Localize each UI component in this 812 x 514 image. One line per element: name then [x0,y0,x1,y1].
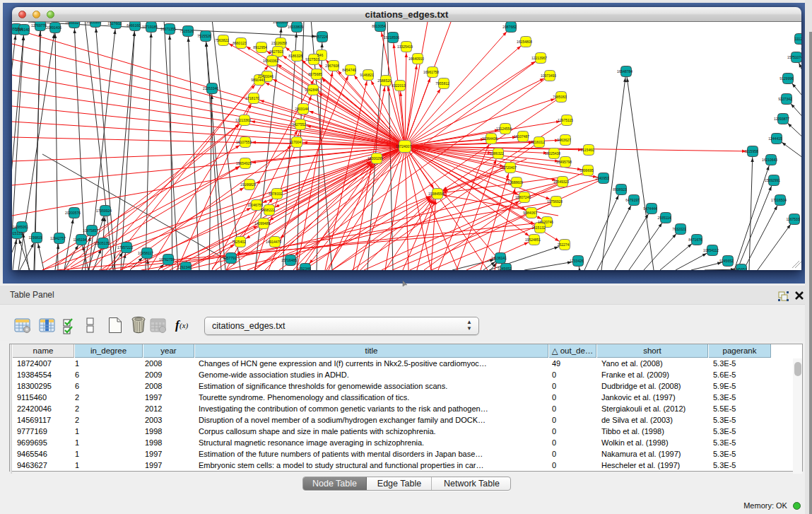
svg-text:19218506: 19218506 [384,35,399,40]
svg-text:7485063: 7485063 [553,95,567,99]
svg-text:117004: 117004 [290,140,302,144]
svg-text:9463627: 9463627 [557,138,571,142]
svg-text:10854112: 10854112 [703,248,719,252]
svg-text:16120746: 16120746 [538,220,553,224]
svg-text:16671355: 16671355 [160,27,176,31]
svg-text:9245652: 9245652 [719,259,734,263]
svg-text:5498222: 5498222 [261,208,275,212]
svg-text:1244415: 1244415 [768,136,782,141]
svg-text:10975857: 10975857 [83,228,98,233]
svg-text:7625402: 7625402 [232,240,246,244]
svg-text:1156819: 1156819 [28,235,42,240]
svg-text:2386322: 2386322 [490,151,504,156]
svg-text:17016504: 17016504 [771,198,787,202]
svg-text:12213363: 12213363 [235,118,251,122]
svg-text:9827503: 9827503 [269,49,283,54]
svg-text:16543362: 16543362 [263,59,278,63]
svg-text:19756928: 19756928 [547,199,563,204]
svg-text:1292346: 1292346 [297,267,311,271]
svg-text:2718170: 2718170 [245,96,259,100]
svg-text:14099489: 14099489 [254,221,270,226]
svg-text:1733426: 1733426 [570,259,584,263]
svg-text:9890443: 9890443 [251,78,265,82]
svg-text:12093877: 12093877 [774,117,789,121]
svg-text:8186328: 8186328 [288,54,302,58]
svg-text:2803144: 2803144 [295,107,309,111]
svg-text:12213967: 12213967 [531,56,547,60]
svg-text:1615132: 1615132 [531,226,546,230]
svg-text:16495798: 16495798 [556,160,572,164]
svg-text:9327503: 9327503 [305,57,319,62]
svg-text:(x): (x) [180,321,189,330]
svg-text:12942757: 12942757 [50,236,66,240]
svg-text:9084067: 9084067 [523,211,537,215]
svg-text:7563822: 7563822 [215,38,229,42]
svg-text:12769778: 12769778 [31,23,47,28]
svg-text:1112: 1112 [795,37,801,41]
svg-text:8912954: 8912954 [253,45,267,49]
svg-text:19524851: 19524851 [525,238,541,242]
svg-text:8938923: 8938923 [613,187,627,192]
svg-text:7515526: 7515526 [197,34,211,38]
svg-text:3215958: 3215958 [744,149,758,153]
svg-text:15751074: 15751074 [787,55,801,59]
svg-text:12505135: 12505135 [94,241,110,245]
svg-text:16033809: 16033809 [288,25,303,29]
svg-text:14385061: 14385061 [13,225,28,229]
svg-text:18300295: 18300295 [367,156,383,160]
svg-text:19654925: 19654925 [236,161,252,165]
svg-text:2967608: 2967608 [325,64,339,68]
svg-text:6479197: 6479197 [625,198,640,202]
svg-text:7632021: 7632021 [672,227,686,231]
svg-text:19166829: 19166829 [240,182,256,187]
svg-text:16107553: 16107553 [236,140,252,144]
svg-text:19384554: 19384554 [428,192,444,196]
svg-text:16154808: 16154808 [517,40,532,44]
svg-text:15716485: 15716485 [281,258,297,262]
svg-text:1527602: 1527602 [107,22,122,25]
svg-text:2087682: 2087682 [502,25,517,29]
svg-text:9115460: 9115460 [580,148,594,152]
svg-text:10958117: 10958117 [138,251,153,255]
svg-text:15692991: 15692991 [765,178,780,182]
svg-text:252274: 252274 [558,243,570,247]
svg-text:7515526: 7515526 [180,29,194,33]
svg-text:8878332: 8878332 [269,192,283,196]
svg-text:9242848: 9242848 [305,88,319,92]
svg-text:1167533: 1167533 [786,217,799,221]
svg-text:9146821: 9146821 [360,73,374,77]
svg-text:16961758: 16961758 [423,70,439,74]
svg-text:9457791: 9457791 [223,256,237,260]
svg-text:2935114: 2935114 [657,216,671,220]
svg-text:10719185: 10719185 [142,25,158,29]
svg-text:14914479: 14914479 [266,240,281,244]
svg-text:13325419: 13325419 [397,45,413,49]
svg-text:8675685: 8675685 [308,72,322,76]
svg-text:14136141: 14136141 [491,256,507,260]
svg-text:23226058: 23226058 [271,41,287,45]
svg-text:15720407: 15720407 [501,165,517,170]
svg-text:1640953: 1640953 [595,176,609,180]
svg-text:16210643: 16210643 [762,158,777,162]
svg-text:21053346: 21053346 [203,86,218,90]
svg-text:6216012: 6216012 [531,140,545,144]
svg-text:8454749: 8454749 [342,68,356,72]
svg-text:9474444: 9474444 [643,206,657,211]
svg-text:16107487: 16107487 [514,134,529,139]
svg-text:10688609: 10688609 [507,180,523,185]
svg-text:2099140: 2099140 [16,28,30,32]
svg-text:8813054: 8813054 [372,24,386,28]
svg-text:1145194: 1145194 [73,238,86,242]
svg-text:9129996: 9129996 [779,76,794,81]
svg-text:3915131: 3915131 [12,231,23,235]
svg-text:9245652: 9245652 [733,267,747,271]
svg-text:18807249: 18807249 [515,195,531,199]
svg-text:20364436: 20364436 [482,136,498,141]
svg-text:2588520: 2588520 [377,78,392,83]
svg-text:1292346: 1292346 [177,265,192,269]
svg-text:20891406: 20891406 [46,25,61,30]
svg-text:6899695: 6899695 [579,168,594,173]
svg-text:10025438: 10025438 [545,151,560,156]
svg-text:6466160: 6466160 [126,23,141,28]
svg-text:17359924: 17359924 [96,209,112,213]
